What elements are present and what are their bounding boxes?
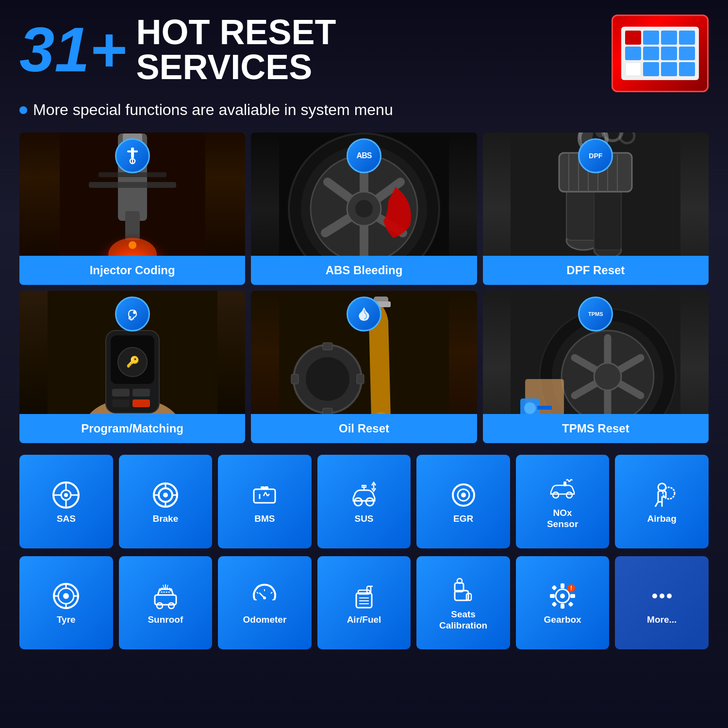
badge-injector [115, 138, 150, 173]
device-cell [643, 47, 659, 61]
tile-bms-label: BMS [254, 513, 275, 525]
svg-point-153 [652, 594, 657, 598]
card-injector-coding: Injector Coding [19, 132, 245, 285]
svg-rect-104 [563, 481, 566, 486]
card-abs-bleeding: ABS [251, 132, 477, 285]
svg-rect-90 [265, 486, 268, 489]
svg-text:!: ! [570, 585, 572, 592]
bottom-grid-row1: SAS Brake BMS [19, 455, 709, 548]
svg-line-94 [267, 494, 269, 496]
tile-egr-label: EGR [453, 513, 473, 525]
tile-air-fuel-label: Air/Fuel [347, 614, 381, 626]
label-tpms-reset: TPMS Reset [483, 414, 709, 443]
label-injector-coding: Injector Coding [19, 256, 245, 285]
svg-line-122 [167, 585, 168, 588]
svg-line-93 [265, 492, 267, 496]
badge-key [115, 297, 150, 331]
svg-point-118 [157, 603, 163, 609]
svg-rect-77 [537, 406, 552, 410]
tile-more-label: More... [647, 614, 677, 626]
tile-sas-label: SAS [57, 513, 76, 525]
tile-gearbox-label: Gearbox [544, 614, 581, 626]
svg-point-103 [566, 492, 572, 498]
tile-airbag[interactable]: Airbag [615, 455, 709, 548]
device-image [612, 15, 709, 92]
tile-bms[interactable]: BMS [218, 455, 312, 548]
header-section: 31+ HOT RESET SERVICES [19, 15, 709, 92]
card-dpf-reset: DPF [483, 132, 709, 285]
tile-odometer[interactable]: Odometer [218, 556, 312, 650]
bottom-grid-row2: Tyre Sunroof [19, 556, 709, 650]
svg-rect-0 [131, 148, 134, 158]
svg-line-125 [271, 592, 272, 594]
svg-rect-150 [568, 602, 573, 607]
svg-point-84 [64, 493, 68, 497]
tile-egr[interactable]: EGR [416, 455, 510, 548]
svg-line-106 [655, 502, 658, 507]
svg-point-142 [560, 594, 565, 598]
svg-point-24 [355, 200, 373, 217]
tile-odometer-label: Odometer [243, 614, 287, 626]
label-abs-bleeding: ABS Bleeding [251, 256, 477, 285]
card-program-matching: 🔑 Program/Matching [19, 291, 245, 443]
device-cell [661, 62, 677, 76]
badge-dpf: DPF [578, 138, 613, 173]
tile-tyre[interactable]: Tyre [19, 556, 113, 650]
device-cell [625, 47, 641, 61]
label-dpf-reset: DPF Reset [483, 256, 709, 285]
device-cell [661, 47, 677, 61]
bullet-dot [19, 106, 27, 114]
tile-sus-label: SUS [354, 513, 373, 525]
tile-air-fuel[interactable]: Air/Fuel [317, 556, 411, 650]
tile-more[interactable]: More... [615, 556, 709, 650]
main-grid: Injector Coding ABS [19, 132, 709, 443]
svg-point-73 [594, 363, 621, 390]
device-cell [643, 31, 659, 45]
tile-brake-label: Brake [152, 513, 178, 525]
device-cell [661, 31, 677, 45]
tile-sunroof-label: Sunroof [148, 614, 183, 626]
tile-brake[interactable]: Brake [119, 455, 213, 548]
svg-rect-143 [561, 583, 564, 588]
badge-abs: ABS [347, 138, 381, 173]
svg-rect-1 [127, 150, 138, 152]
svg-text:🔑: 🔑 [126, 355, 139, 368]
svg-rect-56 [323, 343, 332, 350]
svg-rect-89 [261, 486, 265, 489]
svg-rect-50 [132, 389, 150, 397]
svg-rect-58 [291, 374, 298, 384]
svg-rect-149 [551, 602, 557, 607]
svg-rect-88 [254, 489, 275, 503]
title-line1: HOT RESET [136, 15, 336, 50]
card-tpms-reset: TPMS [483, 291, 709, 443]
svg-point-101 [461, 493, 466, 497]
svg-point-154 [660, 594, 664, 598]
tile-gearbox[interactable]: ! Gearbox [516, 556, 610, 650]
svg-point-102 [553, 492, 559, 498]
svg-point-76 [524, 402, 536, 414]
svg-rect-145 [550, 594, 555, 598]
svg-rect-146 [570, 594, 575, 598]
hot-reset-text: HOT RESET SERVICES [136, 15, 336, 84]
title-line2: SERVICES [136, 50, 336, 84]
badge-tpms: TPMS [578, 297, 613, 331]
tile-sas[interactable]: SAS [19, 455, 113, 548]
subtitle-section: More special functions are avaliable in … [19, 101, 709, 119]
card-oil-reset: Oil Reset [251, 291, 477, 443]
tile-sunroof[interactable]: Sunroof [119, 556, 213, 650]
svg-point-87 [163, 493, 168, 497]
svg-rect-51 [112, 399, 130, 407]
svg-rect-52 [132, 399, 150, 407]
page-wrapper: 31+ HOT RESET SERVICES [0, 0, 728, 728]
label-oil-reset: Oil Reset [251, 414, 477, 443]
svg-point-96 [366, 498, 374, 506]
svg-line-124 [257, 592, 258, 594]
tile-seats-label: Seats Calibration [439, 609, 487, 631]
tile-sus[interactable]: SUS [317, 455, 411, 548]
device-cell [679, 62, 695, 76]
svg-point-129 [263, 596, 266, 599]
tile-seats-calibration[interactable]: Seats Calibration [416, 556, 510, 650]
tile-nox-sensor[interactable]: NOx Sensor [516, 455, 610, 548]
svg-point-95 [354, 498, 362, 506]
svg-point-155 [667, 594, 672, 598]
